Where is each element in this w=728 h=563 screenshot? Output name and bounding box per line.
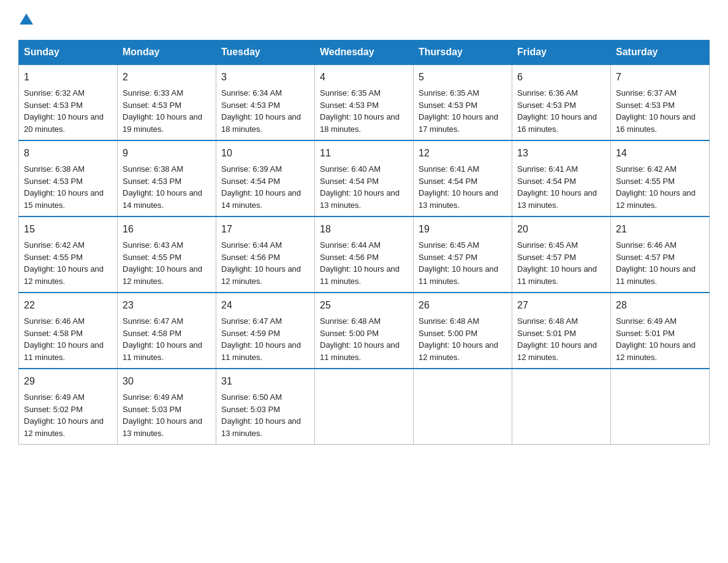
day-header-thursday: Thursday xyxy=(414,40,512,65)
daylight-info: Daylight: 10 hours and 13 minutes. xyxy=(419,188,498,210)
sunset-info: Sunset: 4:58 PM xyxy=(123,329,181,338)
day-number: 17 xyxy=(221,222,309,237)
sunset-info: Sunset: 5:00 PM xyxy=(320,329,379,338)
sunset-info: Sunset: 4:56 PM xyxy=(320,253,379,262)
calendar-cell: 24 Sunrise: 6:47 AM Sunset: 4:59 PM Dayl… xyxy=(216,293,315,369)
day-number: 6 xyxy=(517,70,605,85)
sunset-info: Sunset: 4:56 PM xyxy=(221,253,280,262)
day-number: 21 xyxy=(616,222,704,237)
daylight-info: Daylight: 10 hours and 20 minutes. xyxy=(24,112,104,134)
calendar-cell: 27 Sunrise: 6:48 AM Sunset: 5:01 PM Dayl… xyxy=(512,293,611,369)
daylight-info: Daylight: 10 hours and 11 minutes. xyxy=(123,340,202,362)
calendar-cell: 2 Sunrise: 6:33 AM Sunset: 4:53 PM Dayli… xyxy=(118,64,216,140)
sunset-info: Sunset: 4:57 PM xyxy=(616,253,675,262)
day-number: 3 xyxy=(221,70,309,85)
sunrise-info: Sunrise: 6:48 AM xyxy=(517,316,578,326)
day-number: 1 xyxy=(24,70,112,85)
sunrise-info: Sunrise: 6:32 AM xyxy=(24,88,85,98)
calendar-cell: 4 Sunrise: 6:35 AM Sunset: 4:53 PM Dayli… xyxy=(315,64,414,140)
calendar-week-row: 22 Sunrise: 6:46 AM Sunset: 4:58 PM Dayl… xyxy=(19,293,710,369)
calendar-cell: 10 Sunrise: 6:39 AM Sunset: 4:54 PM Dayl… xyxy=(216,140,315,216)
calendar-cell: 11 Sunrise: 6:40 AM Sunset: 4:54 PM Dayl… xyxy=(315,140,414,216)
calendar-cell: 9 Sunrise: 6:38 AM Sunset: 4:53 PM Dayli… xyxy=(118,140,216,216)
day-header-saturday: Saturday xyxy=(611,40,710,65)
day-number: 27 xyxy=(517,298,605,313)
sunrise-info: Sunrise: 6:47 AM xyxy=(221,316,282,326)
calendar-cell: 14 Sunrise: 6:42 AM Sunset: 4:55 PM Dayl… xyxy=(611,140,710,216)
day-number: 29 xyxy=(24,374,112,389)
daylight-info: Daylight: 10 hours and 16 minutes. xyxy=(616,112,696,134)
day-number: 22 xyxy=(24,298,112,313)
sunset-info: Sunset: 4:53 PM xyxy=(24,101,83,110)
calendar-table: SundayMondayTuesdayWednesdayThursdayFrid… xyxy=(18,40,710,445)
sunset-info: Sunset: 5:03 PM xyxy=(221,405,280,414)
daylight-info: Daylight: 10 hours and 13 minutes. xyxy=(123,416,202,438)
sunrise-info: Sunrise: 6:38 AM xyxy=(123,164,183,174)
sunrise-info: Sunrise: 6:50 AM xyxy=(221,393,282,402)
sunset-info: Sunset: 4:54 PM xyxy=(517,177,576,186)
calendar-cell: 23 Sunrise: 6:47 AM Sunset: 4:58 PM Dayl… xyxy=(118,293,216,369)
calendar-cell: 25 Sunrise: 6:48 AM Sunset: 5:00 PM Dayl… xyxy=(315,293,414,369)
daylight-info: Daylight: 10 hours and 11 minutes. xyxy=(320,340,400,362)
daylight-info: Daylight: 10 hours and 13 minutes. xyxy=(320,188,400,210)
day-header-wednesday: Wednesday xyxy=(315,40,414,65)
daylight-info: Daylight: 10 hours and 11 minutes. xyxy=(616,264,696,286)
sunrise-info: Sunrise: 6:45 AM xyxy=(419,240,479,250)
sunset-info: Sunset: 4:53 PM xyxy=(320,101,379,110)
sunset-info: Sunset: 5:02 PM xyxy=(24,405,83,414)
sunset-info: Sunset: 4:57 PM xyxy=(419,253,477,262)
sunrise-info: Sunrise: 6:44 AM xyxy=(221,240,282,250)
daylight-info: Daylight: 10 hours and 14 minutes. xyxy=(123,188,202,210)
daylight-info: Daylight: 10 hours and 12 minutes. xyxy=(517,340,597,362)
day-number: 15 xyxy=(24,222,112,237)
daylight-info: Daylight: 10 hours and 13 minutes. xyxy=(221,416,301,438)
sunset-info: Sunset: 5:01 PM xyxy=(616,329,675,338)
calendar-cell: 18 Sunrise: 6:44 AM Sunset: 4:56 PM Dayl… xyxy=(315,216,414,293)
daylight-info: Daylight: 10 hours and 16 minutes. xyxy=(517,112,597,134)
sunrise-info: Sunrise: 6:33 AM xyxy=(123,88,183,98)
sunrise-info: Sunrise: 6:47 AM xyxy=(123,316,183,326)
day-number: 5 xyxy=(419,70,507,85)
day-number: 14 xyxy=(616,146,704,161)
sunrise-info: Sunrise: 6:41 AM xyxy=(517,164,578,174)
sunset-info: Sunset: 5:03 PM xyxy=(123,405,181,414)
day-number: 9 xyxy=(123,146,211,161)
day-number: 10 xyxy=(221,146,309,161)
calendar-cell: 19 Sunrise: 6:45 AM Sunset: 4:57 PM Dayl… xyxy=(414,216,512,293)
calendar-cell: 22 Sunrise: 6:46 AM Sunset: 4:58 PM Dayl… xyxy=(19,293,118,369)
sunset-info: Sunset: 4:55 PM xyxy=(616,177,675,186)
sunrise-info: Sunrise: 6:40 AM xyxy=(320,164,381,174)
sunrise-info: Sunrise: 6:38 AM xyxy=(24,164,85,174)
sunrise-info: Sunrise: 6:48 AM xyxy=(320,316,381,326)
sunset-info: Sunset: 4:53 PM xyxy=(616,101,675,110)
day-number: 23 xyxy=(123,298,211,313)
daylight-info: Daylight: 10 hours and 12 minutes. xyxy=(123,264,202,286)
daylight-info: Daylight: 10 hours and 11 minutes. xyxy=(419,264,498,286)
daylight-info: Daylight: 10 hours and 19 minutes. xyxy=(123,112,202,134)
day-number: 30 xyxy=(123,374,211,389)
calendar-cell: 17 Sunrise: 6:44 AM Sunset: 4:56 PM Dayl… xyxy=(216,216,315,293)
calendar-cell: 20 Sunrise: 6:45 AM Sunset: 4:57 PM Dayl… xyxy=(512,216,611,293)
daylight-info: Daylight: 10 hours and 12 minutes. xyxy=(616,340,696,362)
day-number: 11 xyxy=(320,146,408,161)
day-number: 7 xyxy=(616,70,704,85)
sunrise-info: Sunrise: 6:37 AM xyxy=(616,88,677,98)
sunset-info: Sunset: 4:59 PM xyxy=(221,329,280,338)
calendar-cell: 29 Sunrise: 6:49 AM Sunset: 5:02 PM Dayl… xyxy=(19,369,118,445)
calendar-cell: 5 Sunrise: 6:35 AM Sunset: 4:53 PM Dayli… xyxy=(414,64,512,140)
sunrise-info: Sunrise: 6:34 AM xyxy=(221,88,282,98)
calendar-cell: 6 Sunrise: 6:36 AM Sunset: 4:53 PM Dayli… xyxy=(512,64,611,140)
sunrise-info: Sunrise: 6:49 AM xyxy=(616,316,677,326)
calendar-cell: 31 Sunrise: 6:50 AM Sunset: 5:03 PM Dayl… xyxy=(216,369,315,445)
day-number: 2 xyxy=(123,70,211,85)
calendar-cell: 8 Sunrise: 6:38 AM Sunset: 4:53 PM Dayli… xyxy=(19,140,118,216)
sunrise-info: Sunrise: 6:35 AM xyxy=(320,88,381,98)
sunrise-info: Sunrise: 6:44 AM xyxy=(320,240,381,250)
day-number: 19 xyxy=(419,222,507,237)
day-number: 20 xyxy=(517,222,605,237)
calendar-week-row: 29 Sunrise: 6:49 AM Sunset: 5:02 PM Dayl… xyxy=(19,369,710,445)
daylight-info: Daylight: 10 hours and 11 minutes. xyxy=(24,340,104,362)
daylight-info: Daylight: 10 hours and 18 minutes. xyxy=(221,112,301,134)
calendar-cell xyxy=(512,369,611,445)
sunset-info: Sunset: 4:53 PM xyxy=(419,101,477,110)
